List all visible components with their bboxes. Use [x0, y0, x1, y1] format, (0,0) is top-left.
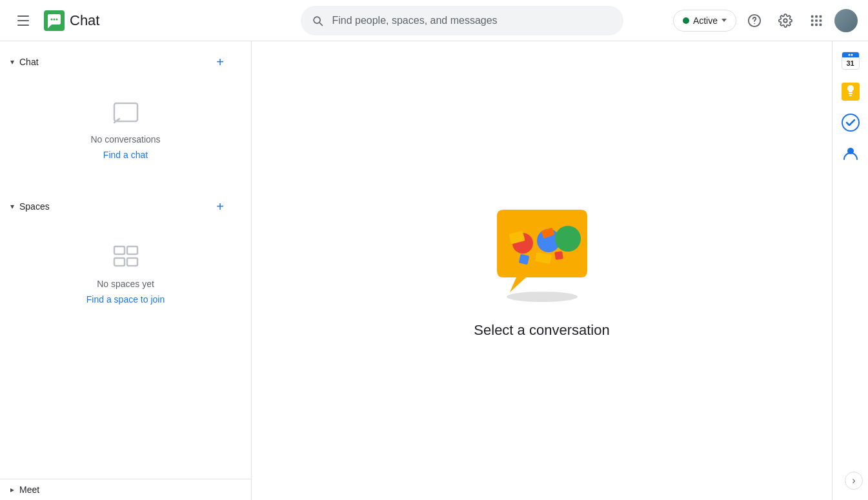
content-area: Select a conversation: [252, 41, 832, 500]
meet-section: ▸ Meet: [0, 479, 251, 500]
svg-point-29: [848, 54, 850, 56]
svg-rect-11: [820, 19, 822, 22]
calendar-icon: 31: [842, 52, 860, 70]
chat-empty-icon: [110, 98, 141, 129]
apps-button[interactable]: [803, 8, 829, 34]
tasks-icon: [842, 114, 860, 132]
tasks-button[interactable]: [838, 110, 863, 135]
svg-rect-19: [127, 258, 137, 266]
meet-section-header[interactable]: ▸ Meet: [0, 479, 241, 500]
chat-section: ▾ Chat + No conversations Find a chat: [0, 41, 251, 186]
svg-rect-16: [114, 246, 125, 254]
svg-rect-31: [849, 93, 853, 94]
calendar-dots-icon: [847, 53, 854, 57]
spaces-chevron-icon: ▾: [10, 202, 14, 211]
avatar[interactable]: [834, 9, 858, 32]
svg-point-33: [842, 114, 859, 131]
add-space-icon: +: [216, 199, 224, 214]
chat-empty-text: No conversations: [90, 134, 160, 145]
chat-chevron-icon: ▾: [10, 57, 14, 66]
keep-icon: [842, 83, 860, 101]
contacts-person-icon: [842, 145, 859, 162]
keep-bulb-icon: [845, 85, 856, 98]
sidebar: ▾ Chat + No conversations Find a chat: [0, 41, 252, 500]
svg-rect-10: [815, 19, 818, 22]
chat-section-title: Chat: [19, 57, 39, 67]
spaces-empty-state: No spaces yet Find a space to join: [0, 222, 251, 325]
topbar-left: Chat: [10, 8, 262, 34]
hamburger-icon: [17, 15, 29, 26]
svg-rect-32: [849, 95, 852, 96]
chat-logo-icon: [44, 10, 65, 31]
search-container: Find people, spaces, and messages: [262, 6, 663, 35]
svg-rect-12: [811, 23, 814, 26]
meet-chevron-icon: ▸: [10, 485, 14, 494]
status-label: Active: [693, 15, 718, 26]
add-chat-button[interactable]: +: [210, 52, 230, 72]
chat-section-header[interactable]: ▾ Chat +: [0, 46, 241, 77]
keep-button[interactable]: [838, 79, 863, 105]
spaces-section-header[interactable]: ▾ Spaces +: [0, 191, 241, 222]
svg-point-1: [51, 18, 53, 20]
svg-point-3: [56, 18, 58, 20]
spaces-section: ▾ Spaces + No spaces yet Find: [0, 186, 251, 330]
logo-container[interactable]: Chat: [44, 10, 99, 31]
contacts-button[interactable]: [838, 141, 863, 166]
menu-button[interactable]: [10, 8, 36, 34]
svg-rect-13: [815, 23, 818, 26]
contacts-icon: [842, 145, 860, 163]
svg-rect-27: [518, 254, 529, 265]
status-button[interactable]: Active: [673, 10, 736, 32]
calendar-number: 31: [842, 57, 859, 69]
meet-section-title-row: ▸ Meet: [10, 485, 39, 495]
expand-icon: ›: [852, 475, 855, 486]
app-title: Chat: [70, 12, 99, 29]
search-icon: [311, 14, 324, 27]
svg-rect-18: [114, 258, 125, 266]
svg-rect-7: [815, 15, 818, 17]
calendar-icon-top: [842, 52, 859, 57]
help-button[interactable]: [742, 8, 767, 34]
settings-button[interactable]: [772, 8, 798, 34]
svg-point-23: [555, 226, 581, 252]
find-space-link[interactable]: Find a space to join: [86, 294, 165, 305]
topbar: Chat Find people, spaces, and messages A…: [0, 0, 868, 41]
search-placeholder-text: Find people, spaces, and messages: [332, 15, 613, 26]
svg-rect-17: [127, 246, 137, 254]
svg-point-30: [851, 54, 853, 56]
gear-icon: [778, 14, 792, 28]
add-space-button[interactable]: +: [210, 196, 230, 217]
svg-rect-9: [811, 19, 814, 22]
active-status-dot: [683, 17, 689, 24]
right-sidebar: 31: [832, 41, 868, 500]
meet-section-title: Meet: [19, 485, 39, 495]
svg-rect-15: [114, 103, 137, 121]
topbar-right: Active: [673, 8, 858, 34]
svg-rect-26: [554, 251, 563, 260]
calendar-button[interactable]: 31: [838, 48, 863, 74]
spaces-section-title: Spaces: [19, 201, 50, 212]
find-chat-link[interactable]: Find a chat: [103, 150, 148, 160]
chat-bubble-icon: [110, 98, 141, 129]
search-bar[interactable]: Find people, spaces, and messages: [301, 6, 623, 35]
svg-point-20: [507, 292, 578, 302]
spaces-empty-text: No spaces yet: [97, 279, 154, 289]
expand-right-sidebar-button[interactable]: ›: [845, 472, 863, 490]
spaces-section-title-row: ▾ Spaces: [10, 201, 50, 212]
svg-rect-6: [811, 15, 814, 17]
chat-empty-state: No conversations Find a chat: [0, 77, 251, 181]
avatar-image: [834, 9, 858, 32]
chat-section-title-row: ▾ Chat: [10, 57, 39, 67]
svg-point-2: [54, 18, 56, 20]
svg-rect-8: [820, 15, 822, 17]
chat-illustration: [484, 203, 600, 306]
spaces-grid-icon: [110, 243, 141, 274]
apps-grid-icon: [809, 14, 823, 28]
help-icon: [747, 14, 762, 28]
illustration-container: Select a conversation: [474, 203, 609, 339]
svg-rect-14: [820, 23, 822, 26]
main-content: ▾ Chat + No conversations Find a chat: [0, 41, 868, 500]
select-conversation-text: Select a conversation: [474, 322, 609, 339]
chevron-down-icon: [722, 19, 727, 22]
tasks-checkmark-icon: [842, 114, 860, 132]
